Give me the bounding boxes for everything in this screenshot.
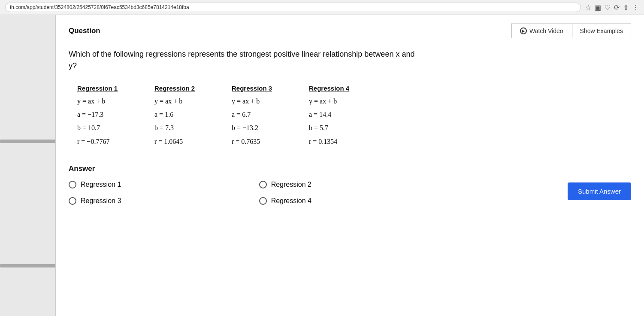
show-examples-label: Show Examples (580, 27, 623, 34)
option-regression-4[interactable]: Regression 4 (259, 197, 441, 205)
star-icon[interactable]: ☆ (585, 3, 591, 12)
sidebar-scroll-1 (0, 140, 55, 143)
option-regression-1[interactable]: Regression 1 (69, 181, 251, 188)
regression-col-4: Regression 4 y = ax + b a = 14.4 b = 5.7… (309, 85, 360, 147)
option-regression-3[interactable]: Regression 3 (69, 197, 251, 205)
url-bar[interactable]: th.com/app/student/3524802/25425728/0f67… (5, 3, 581, 12)
browser-bar: th.com/app/student/3524802/25425728/0f67… (0, 0, 644, 15)
menu-icon[interactable]: ⋮ (632, 3, 639, 12)
regression-4-a: a = 14.4 (309, 109, 360, 120)
question-text: Which of the following regressions repre… (69, 49, 420, 72)
option-regression-2[interactable]: Regression 2 (259, 181, 441, 188)
regression-1-r: r = −0.7767 (77, 136, 129, 147)
regression-3-b: b = −13.2 (232, 122, 283, 134)
submit-col: Submit Answer (449, 181, 631, 200)
option-regression-3-label: Regression 3 (81, 197, 121, 205)
radio-regression-1[interactable] (69, 181, 76, 188)
play-icon: ▶ (520, 27, 527, 34)
regression-1-b: b = 10.7 (77, 122, 129, 134)
show-examples-button[interactable]: Show Examples (572, 24, 631, 38)
answer-col-2: Regression 2 Regression 4 (259, 181, 441, 205)
share-icon[interactable]: ⇧ (623, 3, 629, 12)
watch-video-label: Watch Video (529, 27, 563, 34)
regression-2-b: b = 7.3 (154, 122, 206, 134)
regression-4-r: r = 0.1354 (309, 136, 360, 147)
option-regression-2-label: Regression 2 (271, 181, 311, 188)
radio-regression-2[interactable] (259, 181, 267, 188)
regressions-table: Regression 1 y = ax + b a = −17.3 b = 10… (77, 85, 631, 147)
heart-icon[interactable]: ♡ (605, 3, 611, 12)
regression-2-title: Regression 2 (154, 85, 206, 92)
regression-2-r: r = 1.0645 (154, 136, 206, 147)
regression-col-1: Regression 1 y = ax + b a = −17.3 b = 10… (77, 85, 129, 147)
answer-label: Answer (69, 164, 631, 173)
watch-video-button[interactable]: ▶ Watch Video (511, 24, 572, 38)
sidebar-scroll-2 (0, 264, 55, 267)
regression-3-r: r = 0.7635 (232, 136, 283, 147)
top-bar: Question ▶ Watch Video Show Examples (69, 24, 631, 38)
regression-3-a: a = 6.7 (232, 109, 283, 120)
submit-label: Submit Answer (578, 188, 621, 195)
browser-icons: ☆ ▣ ♡ ⟳ ⇧ ⋮ (585, 3, 639, 12)
top-buttons: ▶ Watch Video Show Examples (511, 24, 631, 38)
regression-col-2: Regression 2 y = ax + b a = 1.6 b = 7.3 … (154, 85, 206, 147)
regression-4-b: b = 5.7 (309, 122, 360, 134)
question-label: Question (69, 27, 100, 35)
refresh-icon[interactable]: ⟳ (614, 3, 620, 12)
regression-1-equation: y = ax + b (77, 95, 129, 107)
regression-3-equation: y = ax + b (232, 95, 283, 107)
answer-section: Answer Regression 1 Regression 3 (69, 164, 631, 212)
regression-2-a: a = 1.6 (154, 109, 206, 120)
submit-answer-button[interactable]: Submit Answer (568, 182, 631, 200)
extension-icon[interactable]: ▣ (595, 3, 601, 12)
regression-4-title: Regression 4 (309, 85, 360, 92)
radio-regression-3[interactable] (69, 197, 76, 205)
option-regression-4-label: Regression 4 (271, 197, 311, 205)
regression-1-a: a = −17.3 (77, 109, 129, 120)
answer-col-1: Regression 1 Regression 3 (69, 181, 251, 205)
content-area: Question ▶ Watch Video Show Examples Whi… (56, 15, 644, 316)
answer-grid: Regression 1 Regression 3 Regression 2 (69, 181, 631, 212)
option-regression-1-label: Regression 1 (81, 181, 121, 188)
regression-2-equation: y = ax + b (154, 95, 206, 107)
regression-col-3: Regression 3 y = ax + b a = 6.7 b = −13.… (232, 85, 283, 147)
regression-4-equation: y = ax + b (309, 95, 360, 107)
regression-1-title: Regression 1 (77, 85, 129, 92)
regression-3-title: Regression 3 (232, 85, 283, 92)
radio-regression-4[interactable] (259, 197, 267, 205)
left-sidebar (0, 15, 56, 316)
